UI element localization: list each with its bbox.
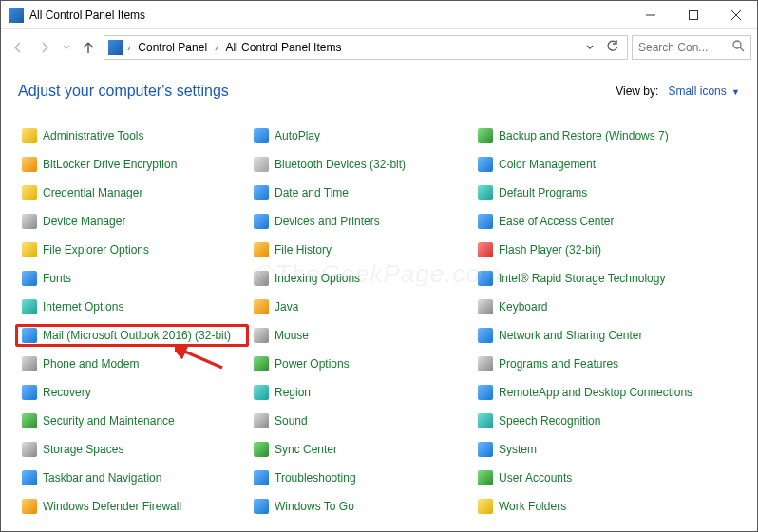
item-icon	[254, 385, 269, 400]
address-icon	[108, 40, 123, 55]
control-panel-item[interactable]: Administrative Tools	[18, 126, 246, 145]
control-panel-item[interactable]: Network and Sharing Center	[474, 326, 721, 345]
control-panel-item[interactable]: Intel® Rapid Storage Technology	[474, 269, 721, 288]
control-panel-item[interactable]: Internet Options	[18, 297, 246, 316]
control-panel-item[interactable]: Work Folders	[474, 497, 721, 516]
control-panel-item[interactable]: Sound	[250, 411, 470, 430]
item-icon	[22, 499, 37, 514]
item-icon	[22, 328, 37, 343]
item-label: File History	[275, 243, 332, 256]
item-icon	[478, 499, 493, 514]
chevron-right-icon[interactable]: ›	[125, 43, 132, 53]
control-panel-item[interactable]: Color Management	[474, 155, 721, 174]
control-panel-item[interactable]: File History	[250, 240, 470, 259]
control-panel-item[interactable]: Windows To Go	[250, 497, 470, 516]
item-icon	[254, 214, 269, 229]
item-label: Backup and Restore (Windows 7)	[499, 129, 669, 142]
chevron-right-icon[interactable]: ›	[213, 43, 219, 53]
control-panel-item[interactable]: RemoteApp and Desktop Connections	[474, 383, 721, 402]
item-icon	[478, 185, 493, 200]
control-panel-item[interactable]: User Accounts	[474, 468, 721, 487]
item-icon	[254, 470, 269, 485]
control-panel-item[interactable]: AutoPlay	[250, 126, 470, 145]
control-panel-item[interactable]: Fonts	[18, 269, 246, 288]
item-icon	[22, 214, 37, 229]
control-panel-item[interactable]: Sync Center	[250, 440, 470, 459]
item-label: Sync Center	[275, 443, 337, 456]
item-label: Troubleshooting	[275, 471, 356, 484]
item-label: System	[499, 443, 537, 456]
control-panel-item[interactable]: Programs and Features	[474, 354, 721, 373]
item-icon	[22, 157, 37, 172]
address-history-dropdown[interactable]	[579, 41, 600, 54]
maximize-button[interactable]	[672, 1, 714, 28]
item-icon	[478, 214, 493, 229]
item-label: Indexing Options	[275, 272, 360, 285]
control-panel-item[interactable]: Mail (Microsoft Outlook 2016) (32-bit)	[18, 326, 246, 345]
back-button[interactable]	[7, 36, 29, 59]
search-box[interactable]: Search Con...	[632, 35, 751, 60]
control-panel-item[interactable]: Indexing Options	[250, 269, 470, 288]
item-icon	[22, 185, 37, 200]
control-panel-item[interactable]: Storage Spaces	[18, 440, 246, 459]
control-panel-item[interactable]: Region	[250, 383, 470, 402]
item-icon	[478, 385, 493, 400]
item-icon	[22, 271, 37, 286]
item-icon	[478, 242, 493, 257]
recent-dropdown[interactable]	[60, 36, 73, 59]
item-label: Speech Recognition	[499, 414, 600, 428]
breadcrumb-child[interactable]: All Control Panel Items	[221, 39, 345, 56]
control-panel-item[interactable]: File Explorer Options	[18, 240, 246, 259]
item-label: Recovery	[43, 386, 91, 399]
item-icon	[22, 128, 37, 143]
control-panel-item[interactable]: Java	[250, 297, 470, 316]
svg-point-4	[733, 41, 741, 48]
control-panel-item[interactable]: Backup and Restore (Windows 7)	[474, 126, 721, 145]
control-panel-item[interactable]: Phone and Modem	[18, 354, 246, 373]
view-by-value[interactable]: Small icons	[668, 85, 726, 98]
item-icon	[254, 271, 269, 286]
control-panel-item[interactable]: BitLocker Drive Encryption	[18, 155, 246, 174]
up-button[interactable]	[77, 36, 100, 59]
item-label: Storage Spaces	[43, 443, 123, 456]
breadcrumb-root[interactable]: Control Panel	[134, 39, 211, 56]
titlebar: All Control Panel Items	[1, 1, 757, 29]
minimize-button[interactable]	[629, 1, 672, 28]
control-panel-item[interactable]: Taskbar and Navigation	[18, 468, 246, 487]
control-panel-item[interactable]: Troubleshooting	[250, 468, 470, 487]
control-panel-item[interactable]: Mouse	[250, 326, 470, 345]
refresh-button[interactable]	[602, 40, 623, 56]
item-icon	[478, 413, 493, 428]
item-icon	[254, 242, 269, 257]
control-panel-item[interactable]: Power Options	[250, 354, 470, 373]
item-label: Keyboard	[499, 300, 547, 314]
item-label: Java	[275, 300, 298, 314]
control-panel-item[interactable]: Device Manager	[18, 212, 246, 231]
control-panel-item[interactable]: Flash Player (32-bit)	[474, 240, 721, 259]
control-panel-item[interactable]: Devices and Printers	[250, 212, 470, 231]
close-button[interactable]	[714, 1, 757, 28]
control-panel-item[interactable]: Speech Recognition	[474, 411, 721, 430]
control-panel-item[interactable]: Ease of Access Center	[474, 212, 721, 231]
item-label: Bluetooth Devices (32-bit)	[275, 158, 406, 171]
control-panel-item[interactable]: Date and Time	[250, 183, 470, 202]
page-heading: Adjust your computer's settings	[18, 83, 229, 100]
control-panel-item[interactable]: Windows Defender Firewall	[18, 497, 246, 516]
item-icon	[478, 271, 493, 286]
item-icon	[478, 299, 493, 314]
control-panel-item[interactable]: Recovery	[18, 383, 246, 402]
control-panel-item[interactable]: Bluetooth Devices (32-bit)	[250, 155, 470, 174]
item-label: Work Folders	[499, 500, 566, 513]
control-panel-item[interactable]: Credential Manager	[18, 183, 246, 202]
item-icon	[478, 157, 493, 172]
search-icon	[732, 40, 745, 55]
address-bar[interactable]: › Control Panel › All Control Panel Item…	[104, 35, 628, 60]
view-by-control[interactable]: View by: Small icons ▼	[616, 85, 740, 98]
item-label: Devices and Printers	[275, 215, 380, 228]
forward-button[interactable]	[33, 36, 56, 59]
control-panel-item[interactable]: Default Programs	[474, 183, 721, 202]
control-panel-item[interactable]: Keyboard	[474, 297, 721, 316]
control-panel-item[interactable]: System	[474, 440, 721, 459]
control-panel-item[interactable]: Security and Maintenance	[18, 411, 246, 430]
item-icon	[254, 328, 269, 343]
